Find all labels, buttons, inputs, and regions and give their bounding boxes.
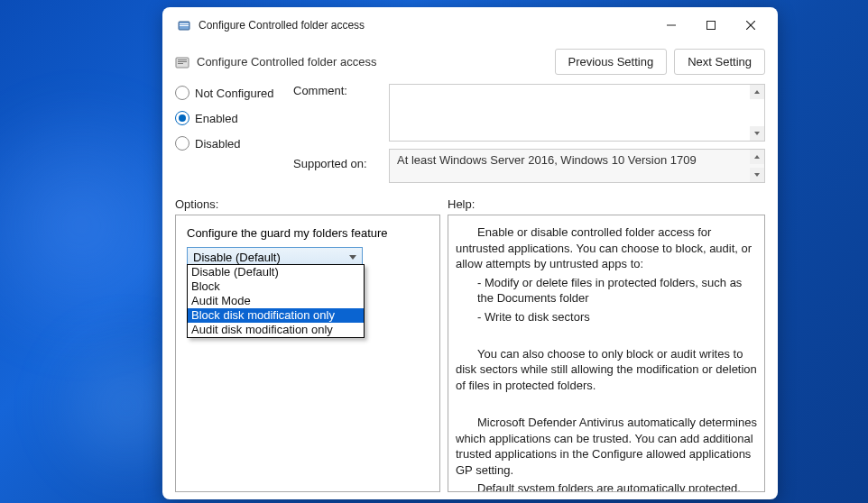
panels: Configure the guard my folders feature D… — [162, 215, 778, 499]
previous-setting-button[interactable]: Previous Setting — [555, 49, 668, 75]
value-column: At least Windows Server 2016, Windows 10… — [389, 84, 765, 183]
radio-icon — [175, 111, 189, 125]
dropdown-option[interactable]: Block — [188, 279, 364, 294]
comment-textarea[interactable] — [389, 84, 765, 142]
svg-marker-14 — [754, 173, 760, 177]
help-label: Help: — [448, 197, 475, 211]
help-text: You can also choose to only block or aud… — [456, 346, 757, 394]
svg-rect-1 — [180, 23, 189, 24]
header-row: Configure Controlled folder access Previ… — [162, 43, 778, 84]
chevron-down-icon — [349, 255, 356, 260]
policy-icon — [175, 55, 189, 69]
svg-rect-7 — [176, 58, 189, 68]
radio-enabled[interactable]: Enabled — [175, 111, 279, 125]
svg-rect-9 — [178, 61, 187, 62]
supported-on-field: At least Windows Server 2016, Windows 10… — [389, 149, 765, 183]
scroll-up-icon[interactable] — [750, 150, 764, 164]
window-title: Configure Controlled folder access — [199, 19, 365, 32]
help-text: - Write to disk sectors — [456, 309, 757, 325]
dropdown-selected: Disable (Default) — [193, 251, 281, 264]
help-text: Microsoft Defender Antivirus automatical… — [456, 415, 757, 478]
scroll-down-icon[interactable] — [750, 168, 764, 182]
next-setting-button[interactable]: Next Setting — [674, 49, 765, 75]
svg-rect-4 — [707, 21, 716, 29]
options-feature-label: Configure the guard my folders feature — [187, 226, 429, 240]
comment-label: Comment: — [293, 84, 374, 97]
panel-labels: Options: Help: — [162, 190, 778, 215]
radio-label: Enabled — [195, 112, 238, 125]
options-panel: Configure the guard my folders feature D… — [175, 215, 440, 492]
supported-label: Supported on: — [293, 157, 374, 170]
radio-disabled[interactable]: Disabled — [175, 136, 279, 151]
dropdown-option[interactable]: Disable (Default) — [188, 265, 364, 279]
dialog-window: Configure Controlled folder access Confi… — [162, 7, 778, 499]
help-text: Default system folders are automatically… — [456, 480, 757, 492]
dropdown-option[interactable]: Block disk modification only — [188, 308, 364, 323]
minimize-button[interactable] — [651, 11, 691, 40]
config-row: Not Configured Enabled Disabled Comment:… — [162, 84, 778, 190]
svg-marker-13 — [754, 155, 760, 159]
titlebar: Configure Controlled folder access — [162, 7, 778, 43]
scroll-up-icon[interactable] — [750, 85, 764, 99]
svg-rect-8 — [178, 59, 187, 60]
radio-icon — [175, 136, 189, 151]
radio-label: Not Configured — [195, 87, 273, 100]
supported-on-text: At least Windows Server 2016, Windows 10… — [397, 153, 697, 167]
guard-mode-dropdown-list: Disable (Default) Block Audit Mode Block… — [187, 264, 365, 338]
svg-rect-2 — [180, 25, 189, 26]
close-button[interactable] — [731, 11, 771, 40]
label-column: Comment: Supported on: — [293, 84, 374, 183]
dropdown-option[interactable]: Audit disk modification only — [188, 323, 364, 337]
options-label: Options: — [175, 197, 448, 211]
help-text: Enable or disable controlled folder acce… — [456, 224, 757, 272]
radio-label: Disabled — [195, 137, 241, 151]
help-panel: Enable or disable controlled folder acce… — [448, 215, 765, 492]
help-text: - Modify or delete files in protected fo… — [456, 275, 757, 306]
svg-marker-11 — [754, 90, 760, 94]
dropdown-option[interactable]: Audit Mode — [188, 294, 364, 308]
scroll-down-icon[interactable] — [750, 126, 764, 141]
header-title: Configure Controlled folder access — [197, 55, 548, 69]
maximize-button[interactable] — [691, 11, 731, 40]
radio-icon — [175, 86, 189, 100]
svg-marker-12 — [754, 132, 760, 135]
svg-rect-10 — [178, 63, 183, 64]
state-radio-group: Not Configured Enabled Disabled — [175, 86, 279, 183]
policy-icon — [177, 18, 191, 32]
radio-not-configured[interactable]: Not Configured — [175, 86, 279, 100]
